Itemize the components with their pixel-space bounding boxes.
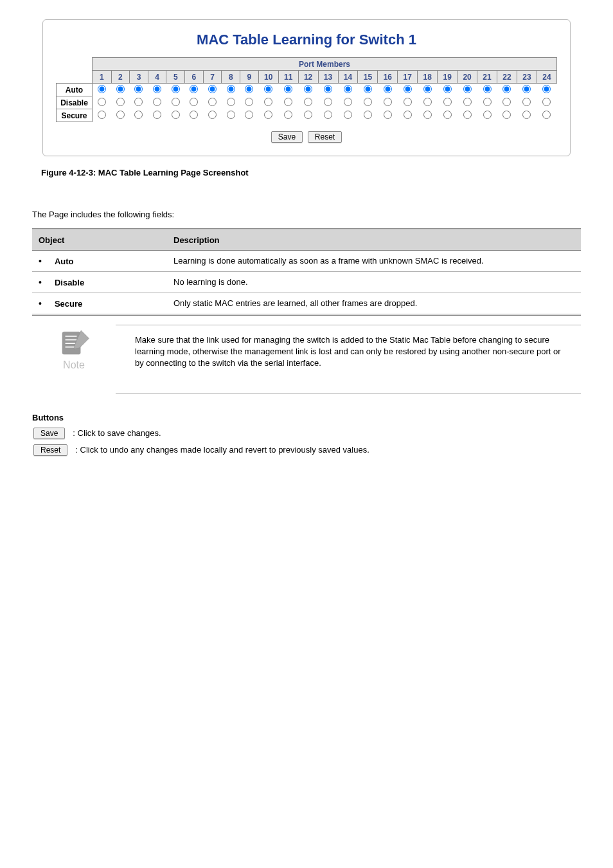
mac-learning-panel: MAC Table Learning for Switch 1 Port Mem… (42, 19, 571, 156)
radio-port1-auto[interactable] (98, 85, 106, 93)
note-label: Note (63, 359, 85, 371)
radio-port22-disable[interactable] (502, 98, 511, 106)
radio-port4-disable[interactable] (153, 98, 161, 106)
radio-port7-auto[interactable] (208, 85, 217, 93)
port-col-8: 8 (222, 71, 240, 84)
radio-port6-secure[interactable] (190, 111, 198, 119)
radio-port19-auto[interactable] (443, 85, 452, 93)
radio-port7-disable[interactable] (208, 98, 217, 106)
radio-port8-secure[interactable] (227, 111, 235, 119)
radio-port13-disable[interactable] (324, 98, 332, 106)
radio-port18-auto[interactable] (423, 85, 432, 93)
radio-port12-secure[interactable] (304, 111, 312, 119)
radio-port23-secure[interactable] (522, 111, 531, 119)
port-col-5: 5 (166, 71, 185, 84)
table-intro: The Page includes the following fields: (32, 210, 581, 219)
radio-port4-secure[interactable] (153, 111, 161, 119)
radio-port23-disable[interactable] (522, 98, 531, 106)
radio-port21-secure[interactable] (483, 111, 492, 119)
panel-reset-button[interactable]: Reset (308, 131, 342, 143)
figure-caption: Figure 4-12-3: MAC Table Learning Page S… (41, 168, 581, 177)
reset-button[interactable]: Reset (33, 444, 67, 456)
save-button[interactable]: Save (33, 428, 65, 439)
port-col-17: 17 (398, 71, 418, 84)
radio-port11-auto[interactable] (284, 85, 292, 93)
radio-port16-auto[interactable] (384, 85, 392, 93)
radio-port8-disable[interactable] (227, 98, 235, 106)
radio-port14-secure[interactable] (344, 111, 352, 119)
radio-port17-disable[interactable] (404, 98, 412, 106)
obj-row-name: Secure (32, 293, 167, 315)
radio-port2-auto[interactable] (116, 85, 125, 93)
radio-port3-disable[interactable] (134, 98, 143, 106)
row-label-disable: Disable (57, 96, 93, 109)
panel-button-row: Save Reset (56, 131, 557, 143)
radio-port10-auto[interactable] (264, 85, 272, 93)
radio-port11-secure[interactable] (284, 111, 292, 119)
radio-port23-auto[interactable] (522, 85, 531, 93)
radio-port3-auto[interactable] (134, 85, 143, 93)
col-object: Object (32, 230, 167, 251)
port-col-12: 12 (298, 71, 318, 84)
radio-port22-secure[interactable] (502, 111, 511, 119)
radio-port24-disable[interactable] (542, 98, 551, 106)
radio-port8-auto[interactable] (227, 85, 235, 93)
radio-port13-auto[interactable] (324, 85, 332, 93)
mac-learning-table: Port Members 123456789101112131415161718… (56, 57, 557, 122)
radio-port24-secure[interactable] (542, 111, 551, 119)
radio-port14-auto[interactable] (344, 85, 352, 93)
col-description: Description (167, 230, 581, 251)
obj-row-desc: Only static MAC entries are learned, all… (167, 293, 581, 315)
radio-port21-auto[interactable] (483, 85, 492, 93)
radio-port4-auto[interactable] (153, 85, 161, 93)
radio-port18-disable[interactable] (423, 98, 432, 106)
radio-port1-secure[interactable] (98, 111, 106, 119)
radio-port2-secure[interactable] (116, 111, 125, 119)
panel-save-button[interactable]: Save (271, 131, 303, 143)
radio-port17-auto[interactable] (404, 85, 412, 93)
radio-port13-secure[interactable] (324, 111, 332, 119)
radio-port2-disable[interactable] (116, 98, 125, 106)
object-table: Object Description AutoLearning is done … (32, 228, 581, 316)
radio-port6-auto[interactable] (190, 85, 198, 93)
radio-port9-secure[interactable] (245, 111, 253, 119)
radio-port7-secure[interactable] (208, 111, 217, 119)
radio-port19-disable[interactable] (443, 98, 452, 106)
radio-port21-disable[interactable] (483, 98, 492, 106)
radio-port5-auto[interactable] (172, 85, 180, 93)
radio-port15-disable[interactable] (364, 98, 372, 106)
radio-port6-disable[interactable] (190, 98, 198, 106)
radio-port3-secure[interactable] (134, 111, 143, 119)
radio-port16-disable[interactable] (384, 98, 392, 106)
port-col-18: 18 (418, 71, 438, 84)
radio-port10-secure[interactable] (264, 111, 272, 119)
radio-port20-secure[interactable] (463, 111, 472, 119)
radio-port15-secure[interactable] (364, 111, 372, 119)
port-col-2: 2 (111, 71, 130, 84)
radio-port15-auto[interactable] (364, 85, 372, 93)
radio-port17-secure[interactable] (404, 111, 412, 119)
radio-port14-disable[interactable] (344, 98, 352, 106)
radio-port12-auto[interactable] (304, 85, 312, 93)
row-label-auto: Auto (57, 84, 93, 96)
radio-port5-secure[interactable] (172, 111, 180, 119)
radio-port1-disable[interactable] (98, 98, 106, 106)
radio-port9-auto[interactable] (245, 85, 253, 93)
radio-port20-auto[interactable] (463, 85, 472, 93)
radio-port12-disable[interactable] (304, 98, 312, 106)
note-box: Note Make sure that the link used for ma… (51, 325, 581, 393)
radio-port11-disable[interactable] (284, 98, 292, 106)
radio-port20-disable[interactable] (463, 98, 472, 106)
buttons-section: Save: Click to save changes.Reset: Click… (32, 428, 581, 456)
radio-port16-secure[interactable] (384, 111, 392, 119)
note-text: Make sure that the link used for managin… (116, 325, 581, 393)
port-col-21: 21 (477, 71, 497, 84)
radio-port24-auto[interactable] (542, 85, 551, 93)
port-col-3: 3 (130, 71, 148, 84)
radio-port22-auto[interactable] (502, 85, 511, 93)
radio-port5-disable[interactable] (172, 98, 180, 106)
radio-port10-disable[interactable] (264, 98, 272, 106)
radio-port19-secure[interactable] (443, 111, 452, 119)
radio-port9-disable[interactable] (245, 98, 253, 106)
radio-port18-secure[interactable] (423, 111, 432, 119)
